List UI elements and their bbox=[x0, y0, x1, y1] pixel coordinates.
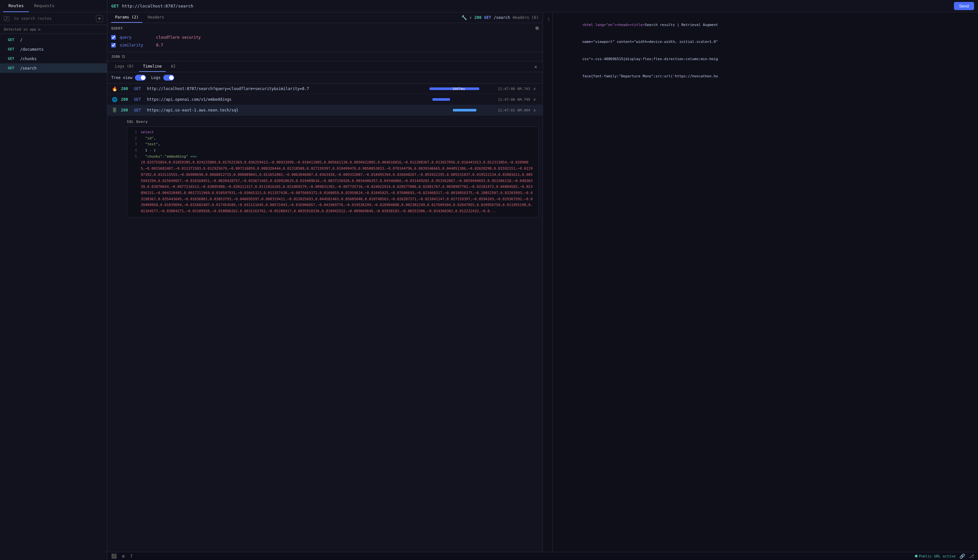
url-method: GET bbox=[111, 3, 118, 8]
detected-bar: Detected in app ↻ bbox=[0, 25, 107, 34]
sql-line-3: 3 "text", bbox=[131, 142, 534, 148]
route-item-chunks[interactable]: GET /chunks bbox=[0, 54, 107, 63]
chevron-icon[interactable]: ∨ bbox=[469, 15, 472, 20]
tl-status-1: 200 bbox=[121, 97, 131, 102]
route-path: /search bbox=[20, 66, 37, 70]
timeline-row-1[interactable]: 🌐 200 GET https://api.openai.com/v1/embe… bbox=[107, 94, 542, 105]
main-content: GET http://localhost:8787/search Send Pa… bbox=[107, 0, 978, 560]
sql-label: SQL Query bbox=[127, 118, 542, 125]
tl-url-0: http://localhost:8787/search?query=cloud… bbox=[147, 87, 426, 91]
public-url-status: Public URL active bbox=[915, 554, 956, 558]
tl-time-1: 11:47:00 AM.749 bbox=[491, 98, 530, 102]
query-row-similarity: similarity 0.7 bbox=[111, 41, 539, 49]
sidebar-tab-routes[interactable]: Routes bbox=[3, 0, 29, 12]
sql-line-5: 5 "chunks"."embedding" <=> bbox=[131, 154, 534, 160]
request-panel-tabs: Params (2) Headers 🔧 ∨ 200 GET /search H… bbox=[107, 12, 542, 23]
method-badge: GET bbox=[5, 56, 17, 61]
sql-section: SQL Query 1 select 2 "id", bbox=[107, 116, 542, 217]
copy-icon[interactable]: ⧉ bbox=[536, 26, 539, 31]
query-row-query: query cloudflare security bbox=[111, 33, 539, 41]
line-numbers: 1 bbox=[543, 12, 553, 552]
query-checkbox-query[interactable] bbox=[111, 35, 116, 40]
code-line-3: css">.css-488696515{display:flex;flex-di… bbox=[582, 57, 718, 61]
sidebar: Routes Requests / to search routes + Det… bbox=[0, 0, 107, 560]
query-value-similarity: 0.7 bbox=[156, 43, 163, 47]
tab-ai[interactable]: AI bbox=[167, 62, 179, 72]
route-path: /chunks bbox=[20, 57, 37, 61]
tl-bar-container-1 bbox=[429, 97, 488, 102]
response-method: GET bbox=[484, 15, 491, 20]
route-list: GET / GET /documents GET /chunks GET /se… bbox=[0, 34, 107, 560]
timeline-row-0[interactable]: 🔥 200 GET http://localhost:8787/search?q… bbox=[107, 83, 542, 94]
tl-method-0: GET bbox=[134, 87, 144, 91]
globe-icon: 🌐 bbox=[111, 96, 118, 103]
query-checkbox-similarity[interactable] bbox=[111, 43, 116, 47]
tl-chevron-0[interactable]: ∨ bbox=[534, 87, 539, 91]
refresh-icon[interactable]: ↻ bbox=[38, 27, 40, 32]
tl-bar-1 bbox=[432, 98, 450, 101]
detected-label: Detected in app bbox=[4, 27, 36, 32]
tl-chevron-1[interactable]: ∨ bbox=[534, 97, 539, 102]
query-label: QUERY ⧉ bbox=[111, 26, 539, 31]
timeline-controls: Tree view Logs bbox=[107, 72, 542, 83]
close-button[interactable]: × bbox=[533, 62, 539, 71]
settings-icon[interactable]: ⚙ bbox=[122, 553, 125, 559]
sql-text-2: "id", bbox=[141, 135, 156, 142]
response-code-content: <html lang="en"><head><title>Search resu… bbox=[553, 12, 978, 552]
send-button[interactable]: Send bbox=[954, 2, 974, 10]
response-code-area: 1 <html lang="en"><head><title>Search re… bbox=[543, 12, 978, 552]
logs-toggle[interactable] bbox=[163, 75, 174, 81]
split-container: Params (2) Headers 🔧 ∨ 200 GET /search H… bbox=[107, 12, 978, 552]
route-item-search[interactable]: GET /search bbox=[0, 63, 107, 73]
tl-method-1: GET bbox=[134, 97, 144, 102]
tl-method-2: GET bbox=[134, 108, 144, 112]
timeline-rows: 🔥 200 GET http://localhost:8787/search?q… bbox=[107, 83, 542, 552]
query-key: query bbox=[120, 35, 152, 40]
tl-bar-container-0: 1687ms bbox=[429, 86, 488, 91]
route-item-root[interactable]: GET / bbox=[0, 35, 107, 45]
help-icon[interactable]: ? bbox=[130, 553, 132, 559]
flame-icon: 🔥 bbox=[111, 85, 118, 92]
sql-linenum-3: 3 bbox=[131, 142, 137, 148]
sidebar-tabs: Routes Requests bbox=[0, 0, 107, 12]
tl-bar-2 bbox=[453, 109, 476, 112]
sql-linenum-4: 4 bbox=[131, 148, 137, 154]
tl-chevron-2[interactable]: ∧ bbox=[534, 108, 539, 112]
sql-line-1: 1 select bbox=[131, 129, 534, 135]
tab-headers[interactable]: Headers bbox=[144, 12, 168, 23]
code-head-tag: <head> bbox=[617, 23, 630, 27]
sql-code-block: 1 select 2 "id", 3 "text", bbox=[127, 127, 539, 217]
share-icon[interactable]: ⎇ bbox=[969, 553, 974, 559]
code-line-2: name="viewport" content="width=device-wi… bbox=[582, 40, 718, 44]
method-badge: GET bbox=[5, 66, 17, 70]
code-tag: <html lang="en"> bbox=[582, 23, 617, 27]
timeline-row-2[interactable]: 🗄 200 GET https://api.us-east-1.aws.neon… bbox=[107, 105, 542, 116]
tab-params[interactable]: Params (2) bbox=[111, 12, 142, 23]
tab-logs[interactable]: Logs (0) bbox=[111, 62, 138, 72]
terminal-icon[interactable]: ⬛ bbox=[111, 553, 117, 559]
tree-view-toggle[interactable] bbox=[135, 75, 146, 81]
sql-line-vec: [0.033755854,0.01859385,0.024233889,0.01… bbox=[131, 160, 534, 214]
tl-time-2: 11:47:01 AM.404 bbox=[491, 108, 530, 112]
sql-text-5: "chunks"."embedding" <=> bbox=[141, 154, 197, 160]
right-panel: 1 <html lang="en"><head><title>Search re… bbox=[543, 12, 978, 552]
sql-text-4: 1 - ( bbox=[141, 148, 156, 154]
logs-label: Logs bbox=[151, 75, 160, 80]
db-icon: 🗄 bbox=[111, 107, 118, 113]
add-route-button[interactable]: + bbox=[96, 15, 103, 22]
sql-line-2: 2 "id", bbox=[131, 135, 534, 142]
response-status-code: 200 bbox=[474, 15, 482, 20]
tl-time-0: 11:47:00 AM.743 bbox=[491, 87, 530, 91]
code-line-4: face{font-family:"Departure Mono";src:ur… bbox=[582, 74, 718, 78]
wrench-icon[interactable]: 🔧 bbox=[461, 15, 467, 20]
link-icon[interactable]: 🔗 bbox=[960, 553, 965, 559]
tab-timeline[interactable]: Timeline bbox=[139, 62, 166, 72]
search-kbd: / bbox=[4, 16, 10, 21]
tl-status-2: 200 bbox=[121, 108, 131, 112]
code-title-text: Search results | Retrieval Augment bbox=[645, 23, 718, 27]
json-label: JSON bbox=[111, 55, 120, 59]
sidebar-tab-requests[interactable]: Requests bbox=[29, 0, 60, 12]
public-url-label: Public URL active bbox=[919, 554, 956, 558]
route-item-documents[interactable]: GET /documents bbox=[0, 45, 107, 54]
json-copy-icon[interactable]: ⧉ bbox=[122, 54, 125, 59]
